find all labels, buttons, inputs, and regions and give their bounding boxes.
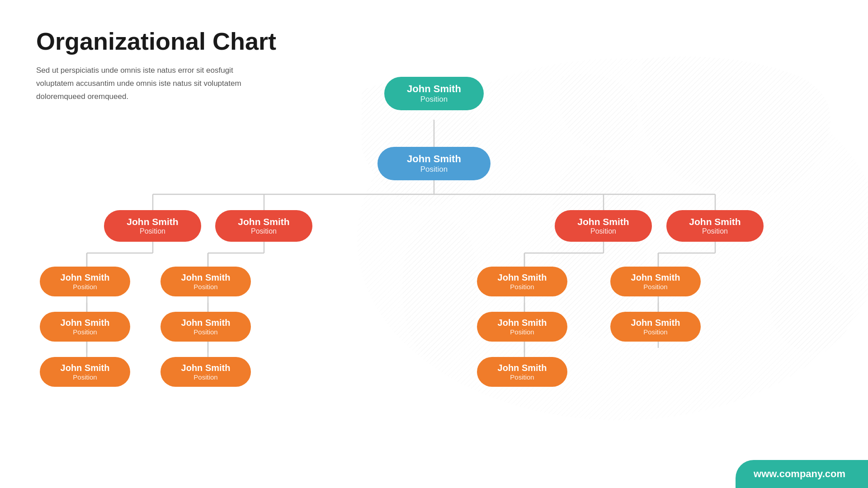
node-l2-3[interactable]: John Smith Position <box>555 210 652 242</box>
node-l3-1-1-name: John Smith <box>51 272 119 283</box>
node-l3-3-3[interactable]: John Smith Position <box>477 357 567 387</box>
node-l2-1[interactable]: John Smith Position <box>104 210 201 242</box>
node-l3-4-2-name: John Smith <box>622 318 689 328</box>
node-l2-2[interactable]: John Smith Position <box>215 210 312 242</box>
page: Organizational Chart Sed ut perspiciatis… <box>0 0 868 488</box>
node-l3-2-2-name: John Smith <box>172 318 240 328</box>
node-l3-3-1[interactable]: John Smith Position <box>477 267 567 296</box>
node-l3-3-2[interactable]: John Smith Position <box>477 312 567 342</box>
node-l3-1-3[interactable]: John Smith Position <box>40 357 130 387</box>
node-l3-4-2[interactable]: John Smith Position <box>610 312 701 342</box>
node-level1-name: John Smith <box>398 153 470 165</box>
node-l3-2-1-pos: Position <box>172 283 240 291</box>
node-l3-1-3-pos: Position <box>51 373 119 381</box>
node-l3-3-2-name: John Smith <box>488 318 556 328</box>
node-l3-3-2-pos: Position <box>488 328 556 336</box>
node-l2-4-pos: Position <box>680 227 750 235</box>
node-l3-1-2-name: John Smith <box>51 318 119 328</box>
node-level1[interactable]: John Smith Position <box>377 147 491 180</box>
node-l3-1-1[interactable]: John Smith Position <box>40 267 130 296</box>
node-level1-position: Position <box>398 165 470 174</box>
node-l3-4-1[interactable]: John Smith Position <box>610 267 701 296</box>
node-ceo[interactable]: John Smith Position <box>384 77 484 110</box>
node-l3-2-3-name: John Smith <box>172 363 240 373</box>
node-l2-3-pos: Position <box>568 227 638 235</box>
node-l2-4-name: John Smith <box>680 216 750 227</box>
node-ceo-position: Position <box>402 95 466 104</box>
node-l2-2-pos: Position <box>229 227 299 235</box>
node-ceo-name: John Smith <box>402 83 466 95</box>
node-l3-1-1-pos: Position <box>51 283 119 291</box>
node-l3-2-1[interactable]: John Smith Position <box>160 267 251 296</box>
footer-url: www.company.com <box>754 468 845 479</box>
page-title: Organizational Chart <box>36 27 276 55</box>
node-l3-1-2-pos: Position <box>51 328 119 336</box>
node-l3-2-2[interactable]: John Smith Position <box>160 312 251 342</box>
node-l3-3-3-name: John Smith <box>488 363 556 373</box>
node-l2-2-name: John Smith <box>229 216 299 227</box>
node-l2-3-name: John Smith <box>568 216 638 227</box>
header-section: Organizational Chart Sed ut perspiciatis… <box>36 27 276 103</box>
node-l3-4-1-pos: Position <box>622 283 689 291</box>
node-l2-1-name: John Smith <box>118 216 188 227</box>
node-l3-1-2[interactable]: John Smith Position <box>40 312 130 342</box>
node-l3-2-3-pos: Position <box>172 373 240 381</box>
node-l2-4[interactable]: John Smith Position <box>666 210 764 242</box>
node-l3-3-1-pos: Position <box>488 283 556 291</box>
node-l3-4-2-pos: Position <box>622 328 689 336</box>
node-l3-4-1-name: John Smith <box>622 272 689 283</box>
node-l3-1-3-name: John Smith <box>51 363 119 373</box>
node-l3-2-3[interactable]: John Smith Position <box>160 357 251 387</box>
node-l3-2-2-pos: Position <box>172 328 240 336</box>
node-l3-2-1-name: John Smith <box>172 272 240 283</box>
node-l3-3-1-name: John Smith <box>488 272 556 283</box>
footer-badge: www.company.com <box>736 460 868 488</box>
page-description: Sed ut perspiciatis unde omnis iste natu… <box>36 64 262 103</box>
node-l2-1-pos: Position <box>118 227 188 235</box>
node-l3-3-3-pos: Position <box>488 373 556 381</box>
